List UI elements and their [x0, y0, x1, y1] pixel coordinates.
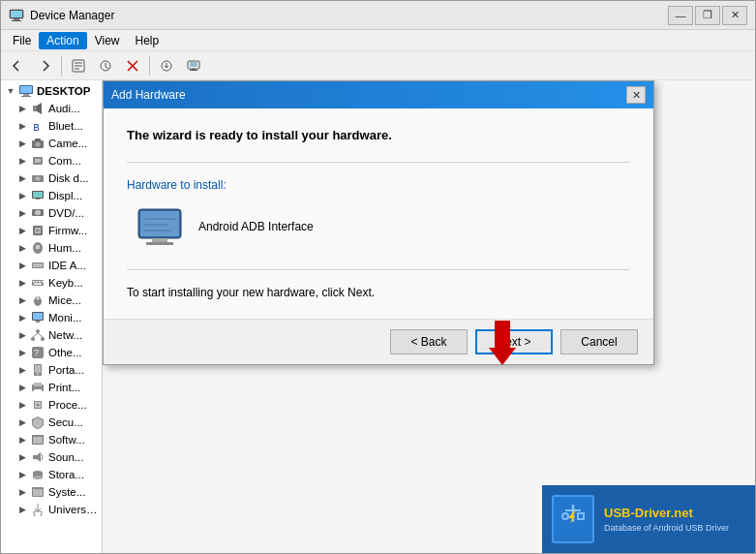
expand-storage: ▶ — [16, 469, 28, 480]
tree-label-camera: Came... — [48, 138, 87, 149]
security-icon — [30, 415, 45, 430]
tree-label-bluetooth: Bluet... — [48, 120, 83, 132]
tree-item-com[interactable]: ▶ Com... — [1, 152, 102, 169]
svg-point-56 — [31, 337, 35, 341]
menu-view[interactable]: View — [87, 32, 128, 49]
minimize-button[interactable]: — — [668, 6, 693, 25]
update-driver-button[interactable] — [93, 54, 118, 77]
tree-item-processor[interactable]: ▶ Proce... — [1, 396, 102, 414]
expand-system: ▶ — [16, 486, 28, 498]
svg-rect-31 — [33, 192, 43, 198]
svg-rect-81 — [140, 211, 179, 236]
display-icon — [30, 188, 45, 203]
tree-item-print[interactable]: ▶ Print... — [1, 379, 102, 396]
tree-label-software: Softw... — [48, 434, 85, 446]
hardware-name: Android ADB Interface — [198, 220, 314, 233]
svg-rect-45 — [36, 281, 38, 283]
expand-print: ▶ — [16, 382, 28, 393]
uninstall-button[interactable] — [120, 54, 145, 77]
tree-item-display[interactable]: ▶ Displ... — [1, 187, 102, 204]
tree-item-audio[interactable]: ▶ Audi... — [1, 100, 102, 117]
tree-item-usb[interactable]: ▶ Universal Serial Bus controllers — [1, 501, 102, 518]
tree-label-system: Syste... — [48, 486, 85, 498]
hardware-item: Android ADB Interface — [127, 203, 630, 250]
close-button[interactable]: ✕ — [722, 6, 747, 25]
dialog-close-button[interactable]: ✕ — [626, 86, 646, 104]
svg-rect-79 — [33, 489, 43, 496]
portable-icon — [30, 362, 45, 378]
tree-item-disk[interactable]: ▶ Disk d... — [1, 169, 102, 187]
red-arrow — [489, 321, 516, 365]
restore-button[interactable]: ❒ — [695, 6, 720, 25]
tree-item-software[interactable]: ▶ Softw... — [1, 431, 102, 448]
tree-item-security[interactable]: ▶ Secu... — [1, 414, 102, 431]
svg-rect-13 — [190, 62, 197, 67]
svg-point-24 — [36, 142, 41, 147]
properties-button[interactable] — [66, 54, 91, 77]
scan-changes-button[interactable] — [154, 54, 179, 77]
menu-file[interactable]: File — [5, 32, 39, 49]
svg-point-38 — [37, 230, 40, 232]
menu-help[interactable]: Help — [128, 32, 167, 49]
dialog-title: Add Hardware — [111, 88, 626, 102]
svg-rect-90 — [578, 513, 584, 519]
menu-action[interactable]: Action — [39, 32, 86, 49]
window-controls: — ❒ ✕ — [668, 6, 747, 25]
expand-ide: ▶ — [16, 260, 28, 271]
svg-rect-82 — [152, 238, 167, 242]
tree-item-keyboard[interactable]: ▶ Keyb... — [1, 274, 102, 292]
tree-item-dvd[interactable]: ▶ DVD/... — [1, 204, 102, 222]
svg-point-64 — [37, 374, 39, 376]
svg-point-77 — [33, 476, 43, 479]
tree-item-hid[interactable]: ▶ Hum... — [1, 239, 102, 257]
tree-item-camera[interactable]: ▶ Came... — [1, 135, 102, 152]
expand-monitor: ▶ — [16, 312, 28, 323]
tree-label-firmware: Firmw... — [48, 225, 87, 236]
dialog-footer: < Back Next > Cancel — [104, 319, 653, 364]
expand-bluetooth: ▶ — [16, 120, 28, 132]
tree-item-sound[interactable]: ▶ Soun... — [1, 448, 102, 466]
display-button[interactable] — [181, 54, 206, 77]
svg-point-57 — [41, 337, 45, 341]
svg-rect-17 — [20, 86, 32, 93]
svg-marker-21 — [37, 103, 42, 114]
tree-item-bluetooth[interactable]: ▶ ʙ Bluet... — [1, 117, 102, 135]
back-button[interactable] — [5, 54, 30, 77]
system-icon — [30, 484, 45, 500]
dialog-divider-bottom — [127, 269, 630, 270]
tree-root-item[interactable]: ▼ DESKTOP — [1, 82, 102, 100]
tree-label-print: Print... — [48, 382, 80, 393]
tree-item-firmware[interactable]: ▶ Firmw... — [1, 222, 102, 239]
svg-marker-74 — [33, 452, 41, 462]
svg-rect-53 — [33, 313, 43, 320]
tree-item-other[interactable]: ▶ ? Othe... — [1, 344, 102, 361]
tree-label-usb: Universal Serial Bus controllers — [48, 504, 98, 515]
cancel-button[interactable]: Cancel — [560, 329, 638, 354]
tree-label-keyboard: Keyb... — [48, 277, 83, 289]
tree-item-network[interactable]: ▶ Netw... — [1, 326, 102, 344]
print-icon — [30, 380, 45, 395]
audio-icon — [30, 101, 45, 116]
expand-firmware: ▶ — [16, 225, 28, 236]
tree-item-storage[interactable]: ▶ Stora... — [1, 466, 102, 483]
tree-root-label: DESKTOP — [37, 85, 90, 97]
forward-button[interactable] — [32, 54, 57, 77]
svg-rect-18 — [23, 94, 29, 96]
sound-icon — [30, 449, 45, 465]
tree-item-ide[interactable]: ▶ IDE A... — [1, 257, 102, 274]
tree-item-portable[interactable]: ▶ Porta... — [1, 361, 102, 379]
tree-item-system[interactable]: ▶ Syste... — [1, 483, 102, 501]
monitor-icon — [30, 310, 45, 325]
tree-expand-icon: ▼ — [5, 85, 16, 97]
computer-icon — [18, 83, 34, 99]
keyboard-icon — [30, 275, 45, 291]
device-manager-window: Device Manager — ❒ ✕ File Action View He… — [0, 0, 756, 554]
expand-dvd: ▶ — [16, 207, 28, 219]
svg-point-29 — [36, 177, 41, 181]
svg-point-35 — [37, 212, 39, 214]
tree-item-mice[interactable]: ▶ Mice... — [1, 292, 102, 309]
dialog-title-bar: Add Hardware ✕ — [104, 81, 653, 108]
back-button[interactable]: < Back — [390, 329, 468, 354]
tree-item-monitor[interactable]: ▶ Moni... — [1, 309, 102, 326]
arrow-head — [489, 348, 516, 365]
